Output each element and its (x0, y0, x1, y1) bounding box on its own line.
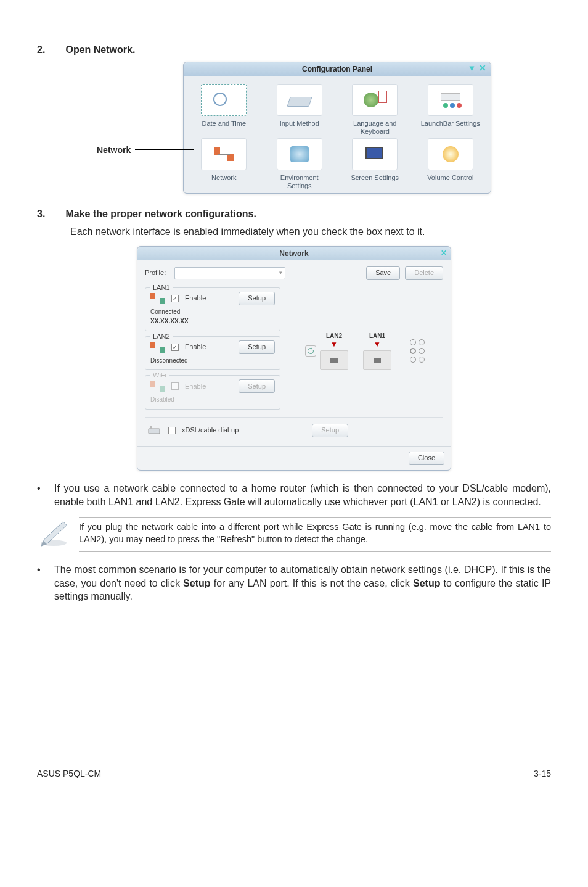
lan-icon (150, 293, 165, 304)
lan2-status: Disconnected (150, 357, 275, 365)
profile-combo[interactable] (174, 267, 285, 279)
port-lan1-label: LAN1 (363, 332, 391, 340)
bullet2-text: The most common scenario is for your com… (54, 563, 551, 603)
port-leds (410, 339, 425, 363)
svg-rect-1 (150, 426, 152, 429)
lan2-legend: LAN2 (150, 332, 173, 341)
wifi-enable-label: Enable (185, 382, 206, 391)
cfg-label: Environment Settings (262, 174, 338, 190)
ports-diagram: LAN2 ▼ LAN1 ▼ (287, 287, 443, 415)
cfg-item-environment[interactable]: Environment Settings (262, 136, 338, 190)
network-dialog-title-text: Network (279, 249, 308, 258)
bullet-icon: • (37, 482, 54, 508)
config-panel-window: Configuration Panel ▾ ✕ Date and Time In… (183, 62, 491, 194)
note-pencil-icon (37, 517, 73, 551)
cfg-item-screen[interactable]: Screen Settings (337, 136, 413, 190)
arrow-down-icon: ▼ (320, 340, 348, 348)
footer-right: 3-15 (534, 768, 551, 780)
profile-label: Profile: (145, 268, 166, 278)
refresh-icon[interactable] (305, 345, 316, 357)
network-callout-line (135, 149, 194, 150)
lan-icon (150, 342, 165, 353)
close-icon[interactable]: ✕ (441, 248, 447, 258)
cfg-item-language-keyboard[interactable]: Language and Keyboard (337, 81, 413, 136)
lan2-enable-label: Enable (185, 342, 206, 352)
network-callout-label: Network (97, 144, 131, 156)
footer-left: ASUS P5QL-CM (37, 768, 101, 780)
cfg-item-launchbar[interactable]: LaunchBar Settings (413, 81, 489, 136)
cfg-item-network[interactable]: Network (186, 136, 262, 190)
step2-title: Open Network. (65, 44, 135, 55)
lan1-ip: XX.XX.XX.XX (150, 317, 275, 326)
xdsl-label: xDSL/cable dial-up (182, 426, 239, 435)
cfg-item-input-method[interactable]: Input Method (262, 81, 338, 136)
lan1-group: LAN1 ✓ Enable Setup Connected XX.XX.XX.X… (145, 287, 280, 331)
svg-rect-0 (149, 429, 160, 434)
lan1-enable-label: Enable (185, 294, 206, 303)
cfg-label: Language and Keyboard (337, 120, 413, 136)
lan2-setup-button[interactable]: Setup (239, 340, 275, 354)
step3-title: Make the proper network configurations. (65, 208, 256, 219)
cfg-label: Screen Settings (337, 174, 413, 182)
port-lan1-drawing (363, 350, 391, 370)
setup-bold: Setup (413, 578, 440, 588)
network-dialog: Network ✕ Profile: Save Delete LAN1 ✓ En… (137, 246, 451, 471)
page-footer: ASUS P5QL-CM 3-15 (37, 764, 551, 780)
lan2-group: LAN2 ✓ Enable Setup Disconnected (145, 336, 280, 371)
lan1-setup-button[interactable]: Setup (239, 292, 275, 305)
port-lan2-label: LAN2 (320, 332, 348, 340)
cfg-label: Date and Time (186, 120, 262, 128)
step2-heading: 2. Open Network. (37, 43, 551, 57)
wifi-group: WiFi Enable Setup Disabled (145, 375, 280, 410)
arrow-down-icon: ▼ (363, 340, 391, 348)
cfg-label: Network (186, 174, 262, 182)
wifi-legend: WiFi (150, 371, 169, 380)
wifi-setup-button: Setup (239, 379, 275, 393)
close-icon[interactable]: ✕ (478, 64, 487, 72)
wifi-status: Disabled (150, 395, 275, 404)
wifi-icon (150, 381, 165, 392)
cfg-item-date-time[interactable]: Date and Time (186, 81, 262, 136)
step2-number: 2. (37, 43, 63, 57)
lan2-enable-checkbox[interactable]: ✓ (171, 344, 179, 351)
port-lan2-drawing (320, 350, 348, 370)
step3-body: Each network interface is enabled immedi… (70, 225, 551, 239)
step3-heading: 3. Make the proper network configuration… (37, 207, 551, 221)
lan1-status: Connected (150, 308, 275, 316)
minimize-icon[interactable]: ▾ (467, 64, 476, 72)
bullet1-text: If you use a network cable connected to … (54, 482, 551, 508)
lan1-enable-checkbox[interactable]: ✓ (171, 295, 179, 302)
delete-button[interactable]: Delete (405, 266, 443, 280)
cfg-label: Input Method (262, 120, 338, 128)
step3-number: 3. (37, 207, 63, 221)
cfg-item-volume[interactable]: Volume Control (413, 136, 489, 190)
config-panel-title-text: Configuration Panel (302, 65, 372, 73)
wifi-enable-checkbox (171, 382, 179, 390)
setup-bold: Setup (183, 578, 210, 588)
close-button[interactable]: Close (409, 452, 444, 465)
modem-icon (147, 425, 162, 436)
xdsl-checkbox[interactable] (168, 427, 176, 434)
cfg-label: Volume Control (413, 174, 489, 182)
bullet-icon: • (37, 563, 54, 603)
lan1-legend: LAN1 (150, 283, 173, 292)
note-text: If you plug the network cable into a dif… (79, 517, 551, 552)
cfg-label: LaunchBar Settings (413, 120, 489, 128)
config-panel-figure: Network Configuration Panel ▾ ✕ Date and… (97, 62, 491, 194)
config-panel-titlebar: Configuration Panel ▾ ✕ (184, 62, 491, 76)
save-button[interactable]: Save (366, 266, 400, 280)
network-dialog-titlebar: Network ✕ (137, 247, 451, 260)
xdsl-setup-button[interactable]: Setup (312, 424, 348, 437)
